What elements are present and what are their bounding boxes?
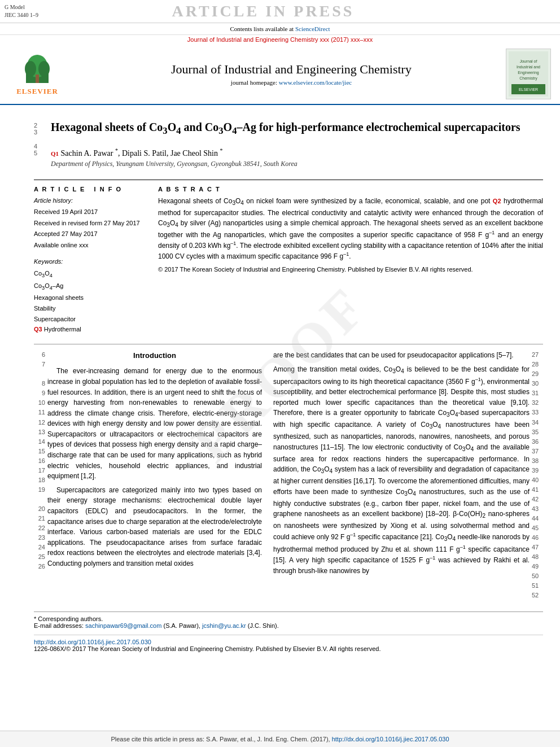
introduction-heading: Introduction	[47, 350, 262, 361]
journal-homepage: journal homepage: www.elsevier.com/locat…	[77, 79, 506, 86]
svg-text:ELSEVIER: ELSEVIER	[519, 88, 538, 91]
svg-rect-4	[36, 75, 39, 83]
copyright: © 2017 The Korean Society of Industrial …	[158, 266, 543, 273]
right-line-numbers: 27 28 29 30 31 32 33 34 35 36 37 38 39 4…	[530, 350, 543, 600]
left-line-numbers: 6 7 8 9 10 11 12 13 14 15 16 17 18 19	[34, 350, 47, 600]
q1-badge: Q1	[51, 150, 59, 156]
model-info: G Model JIEC 3440 1–9	[5, 3, 38, 19]
body-right-col: are the best candidates that can be used…	[273, 350, 530, 600]
corresponding-label: * Corresponding authors.	[34, 615, 543, 622]
received-date: Received 19 April 2017	[34, 207, 147, 217]
keywords-label: Keywords:	[34, 257, 147, 267]
svg-point-3	[38, 61, 50, 77]
citation-text: Please cite this article in press as: S.…	[111, 736, 330, 742]
right-para-2: Among the transition metal oxides, Co3O4…	[273, 364, 530, 576]
q3-badge: Q3	[34, 326, 42, 333]
email-addresses: E-mail addresses: sachinpawar69@gmail.co…	[34, 622, 543, 629]
article-info-abstract: A R T I C L E I N F O Article history: R…	[34, 180, 543, 335]
citation-doi-link[interactable]: http://dx.doi.org/10.1016/j.jiec.2017.05…	[332, 736, 449, 742]
intro-para-1: The ever-increasing demand for energy du…	[47, 366, 262, 482]
top-banner: G Model JIEC 3440 1–9 ARTICLE IN PRESS	[0, 0, 560, 23]
svg-text:Industrial and: Industrial and	[517, 65, 540, 69]
journal-cover-icon: Journal of Industrial and Engineering Ch…	[509, 51, 548, 97]
online-date: Available online xxx	[34, 241, 147, 251]
journal-header-content: ELSEVIER Journal of Industrial and Engin…	[0, 44, 560, 104]
keyword-5: Supercapacitor	[34, 314, 147, 325]
abstract-heading: A B S T R A C T	[158, 186, 543, 193]
article-in-press-label: ARTICLE IN PRESS	[38, 2, 488, 20]
svg-text:Chemistry: Chemistry	[519, 76, 537, 81]
journal-title-block: Journal of Industrial and Engineering Ch…	[77, 62, 506, 86]
body-right-with-nums: are the best candidates that can be used…	[273, 350, 543, 600]
keyword-1: Co3O4	[34, 268, 147, 281]
keywords-list: Co3O4 Co3O4–Ag Hexagonal sheets Stabilit…	[34, 268, 147, 335]
right-para-1: are the best candidates that can be used…	[273, 350, 530, 361]
elsevier-tree-icon	[20, 52, 54, 86]
svg-point-2	[25, 61, 36, 77]
citation-bar: Please cite this article in press as: S.…	[0, 731, 560, 747]
line-nums-title: 2 3	[34, 120, 51, 136]
q2-badge: Q2	[493, 198, 501, 204]
abstract-col: A B S T R A C T Hexagonal sheets of Co3O…	[158, 186, 543, 335]
history-label: Article history:	[34, 196, 147, 206]
article-history: Article history: Received 19 April 2017 …	[34, 196, 147, 250]
footnote-section: * Corresponding authors. E-mail addresse…	[34, 611, 543, 629]
journal-banner: Contents lists available at ScienceDirec…	[0, 23, 560, 105]
article-info-heading: A R T I C L E I N F O	[34, 186, 147, 193]
affiliation: Department of Physics, Yeungnam Universi…	[51, 160, 298, 168]
doi-section: http://dx.doi.org/10.1016/j.jiec.2017.05…	[34, 635, 543, 652]
sciencedirect-anchor[interactable]: ScienceDirect	[295, 25, 330, 32]
svg-text:Journal of: Journal of	[520, 59, 537, 63]
citation-line: Journal of Industrial and Engineering Ch…	[0, 35, 560, 44]
body-left-col: Introduction The ever-increasing demand …	[47, 350, 262, 600]
email-1[interactable]: sachinpawar69@gmail.com	[85, 622, 161, 629]
sciencedirect-link: Contents lists available at ScienceDirec…	[0, 23, 560, 35]
authors: Q1 Sachin A. Pawar *, Dipali S. Patil, J…	[51, 147, 298, 158]
article-info-col: A R T I C L E I N F O Article history: R…	[34, 186, 147, 335]
elsevier-logo: ELSEVIER	[9, 52, 65, 96]
keyword-4: Stability	[34, 303, 147, 314]
journal-title: Journal of Industrial and Engineering Ch…	[77, 62, 506, 77]
doi-link[interactable]: http://dx.doi.org/10.1016/j.jiec.2017.05…	[34, 639, 151, 645]
article-title-section: 2 3 Hexagonal sheets of Co3O4 and Co3O4–…	[34, 120, 543, 137]
body-section: 6 7 8 9 10 11 12 13 14 15 16 17 18 19	[34, 350, 543, 600]
model-label: G Model	[5, 3, 38, 11]
article-title: Hexagonal sheets of Co3O4 and Co3O4–Ag f…	[51, 120, 520, 137]
keyword-6: Q3 Hydrothermal	[34, 324, 147, 335]
keyword-3: Hexagonal sheets	[34, 292, 147, 303]
email-2[interactable]: jcshin@yu.ac.kr	[202, 622, 246, 629]
abstract-text: Hexagonal sheets of Co3O4 on nickel foam…	[158, 196, 543, 261]
journal-thumbnail: Journal of Industrial and Engineering Ch…	[506, 49, 551, 99]
line-nums-authors: 4 5	[34, 143, 51, 156]
main-content: 2 3 Hexagonal sheets of Co3O4 and Co3O4–…	[0, 105, 560, 725]
keyword-2: Co3O4–Ag	[34, 281, 147, 293]
journal-code: JIEC 3440 1–9	[5, 11, 38, 19]
keywords-section: Keywords: Co3O4 Co3O4–Ag Hexagonal sheet…	[34, 257, 147, 335]
accepted-date: Accepted 27 May 2017	[34, 229, 147, 239]
journal-homepage-link[interactable]: www.elsevier.com/locate/jiec	[279, 79, 352, 86]
svg-text:Engineering: Engineering	[518, 71, 539, 75]
section-divider	[34, 344, 543, 344]
revised-date: Received in revised form 27 May 2017	[34, 219, 147, 229]
intro-para-2: Supercapacitors are categorized mainly i…	[47, 485, 262, 569]
issn-line: 1226-086X/© 2017 The Korean Society of I…	[34, 645, 543, 652]
body-left-with-nums: 6 7 8 9 10 11 12 13 14 15 16 17 18 19	[34, 350, 262, 600]
